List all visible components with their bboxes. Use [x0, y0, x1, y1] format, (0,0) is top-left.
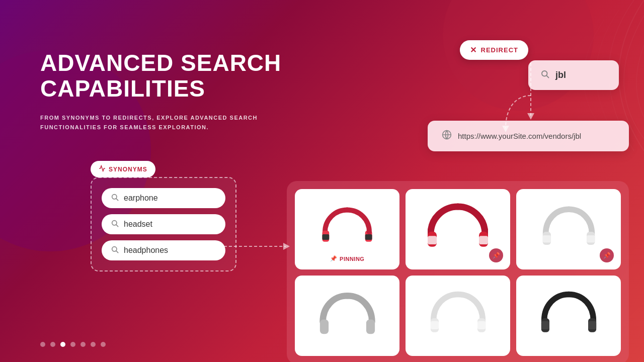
synonym-label-earphone: earphone — [124, 194, 158, 203]
synonym-label-headphones: headphones — [124, 246, 168, 255]
svg-rect-30 — [477, 321, 486, 329]
svg-rect-23 — [542, 235, 550, 242]
pin-icon: 📌 — [330, 255, 338, 262]
pinning-label: PINNING — [340, 256, 364, 262]
pagination-dot-6[interactable] — [101, 342, 106, 347]
pagination-dots — [40, 342, 106, 347]
svg-rect-24 — [587, 235, 595, 242]
product-grid: 📌 PINNING 📌 — [295, 189, 621, 356]
svg-rect-25 — [319, 319, 328, 334]
svg-line-7 — [116, 199, 118, 201]
pagination-dot-1[interactable] — [50, 342, 55, 347]
pagination-dot-4[interactable] — [80, 342, 86, 347]
product-card-4[interactable] — [295, 276, 399, 356]
globe-icon — [442, 130, 452, 142]
product-card-3[interactable]: 📌 — [516, 189, 621, 269]
synonyms-label: SYNONYMS — [109, 166, 147, 173]
svg-rect-33 — [541, 321, 549, 329]
product-card-2[interactable]: 📌 — [406, 189, 510, 269]
page-title: Advanced Search Capabilities — [40, 50, 282, 101]
headphone-image-3 — [540, 201, 598, 258]
headphone-image-5 — [429, 287, 487, 345]
synonyms-box: earphone headset headphones — [91, 177, 236, 272]
pin-icon-badge-2: 📌 — [489, 248, 503, 262]
search-icon-headphones — [111, 245, 119, 255]
pagination-dot-0[interactable] — [40, 342, 45, 347]
product-card-6[interactable] — [516, 276, 621, 356]
svg-rect-19 — [428, 236, 437, 244]
svg-rect-20 — [479, 236, 488, 244]
svg-rect-16 — [365, 234, 372, 240]
svg-rect-29 — [430, 321, 438, 329]
synonym-item-headset[interactable]: headset — [102, 214, 225, 234]
product-card-1[interactable]: 📌 PINNING — [295, 189, 399, 269]
headphone-image-2 — [428, 199, 488, 259]
synonym-item-earphone[interactable]: earphone — [102, 188, 225, 208]
synonyms-icon — [99, 165, 106, 173]
pagination-dot-2[interactable] — [60, 342, 65, 347]
pagination-dot-5[interactable] — [91, 342, 96, 347]
synonym-item-headphones[interactable]: headphones — [102, 240, 225, 260]
redirect-badge[interactable]: ✕ REDIRECT — [460, 40, 528, 60]
redirect-label: REDIRECT — [481, 46, 518, 54]
search-icon-headset — [111, 219, 119, 229]
product-card-5[interactable] — [406, 276, 510, 356]
headphone-image-6 — [540, 287, 598, 345]
synonyms-badge[interactable]: SYNONYMS — [91, 161, 155, 177]
svg-rect-26 — [366, 319, 374, 334]
synonyms-container: SYNONYMS earphone headset — [91, 161, 236, 272]
search-icon-jbl — [540, 69, 549, 81]
svg-rect-15 — [323, 234, 330, 240]
svg-rect-34 — [588, 321, 596, 329]
pinning-badge: 📌 PINNING — [324, 253, 371, 264]
url-bar: https://www.yourSite.com/vendors/jbl — [428, 121, 629, 151]
headphone-image-4 — [318, 287, 376, 345]
svg-line-11 — [116, 251, 118, 253]
headphone-image-1 — [319, 202, 375, 257]
pagination-dot-3[interactable] — [70, 342, 75, 347]
search-icon-earphone — [111, 193, 119, 203]
search-bar-jbl[interactable]: jbl — [528, 60, 619, 90]
pin-icon-badge-3: 📌 — [600, 248, 614, 262]
search-value: jbl — [555, 70, 566, 80]
synonym-label-headset: headset — [124, 220, 152, 229]
svg-line-1 — [546, 75, 548, 77]
product-grid-container: 📌 PINNING 📌 — [287, 181, 629, 362]
url-text: https://www.yourSite.com/vendors/jbl — [458, 132, 581, 140]
redirect-icon: ✕ — [470, 45, 477, 55]
page-subtitle: From synonyms to redirects, explore adva… — [40, 113, 282, 132]
svg-line-9 — [116, 225, 118, 227]
